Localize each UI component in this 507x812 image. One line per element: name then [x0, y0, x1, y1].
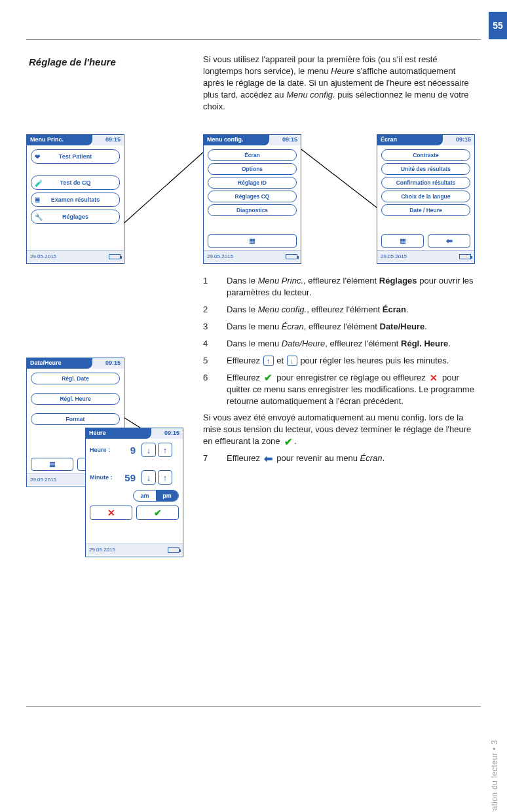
menu-item-reglage-id[interactable]: Réglage ID	[208, 177, 297, 189]
menu-item-diagnostics[interactable]: Diagnostics	[208, 204, 297, 216]
steps-block: 1Dans le Menu Princ., effleurez l'élémen…	[203, 275, 476, 470]
battery-icon	[168, 547, 179, 553]
device-title: Date/Heure	[27, 358, 92, 369]
confirm-button[interactable]: ✔	[136, 506, 179, 520]
droplet-icon: ❤	[35, 153, 40, 160]
step-number: 3	[203, 321, 227, 333]
step-text: Dans le Menu config., effleurez l'élémen…	[227, 304, 476, 316]
menu-item-test-patient[interactable]: ❤Test Patient	[31, 149, 120, 164]
menu-item-langue[interactable]: Choix de la langue	[381, 191, 470, 202]
device-date: 29.05.2015	[381, 253, 407, 259]
minute-down-button[interactable]: ↓	[141, 470, 156, 485]
top-rule	[26, 39, 481, 40]
menu-item-regl-heure[interactable]: Régl. Heure	[31, 393, 120, 405]
wrench-icon: 🔧	[35, 213, 43, 221]
battery-icon	[286, 254, 297, 259]
step-number: 1	[203, 275, 227, 299]
device-clock: 09:15	[269, 135, 301, 145]
back-button[interactable]: ⬅	[428, 234, 470, 248]
device-ecran: Écran 09:15 Contraste Unité des résultat…	[377, 134, 475, 264]
step-number: 7	[203, 452, 227, 464]
am-option[interactable]: am	[134, 490, 156, 501]
page-number-tab: 55	[489, 12, 507, 39]
step-number: 5	[203, 355, 227, 367]
hour-label: Heure :	[90, 447, 116, 453]
device-date: 29.05.2015	[207, 253, 233, 259]
minute-value: 59	[116, 472, 136, 483]
list-view-button[interactable]: ≣	[208, 234, 297, 248]
hour-down-button[interactable]: ↓	[141, 443, 156, 457]
device-heure: Heure 09:15 Heure : 9 ↓ ↑ Minute : 59 ↓ …	[85, 428, 183, 557]
vial-icon: 🧪	[35, 179, 43, 187]
menu-item-regl-date[interactable]: Régl. Date	[31, 373, 120, 384]
menu-item-contraste[interactable]: Contraste	[381, 149, 470, 161]
step-text: Dans le menu Date/Heure, effleurez l'élé…	[227, 338, 476, 350]
menu-item-format[interactable]: Format	[31, 413, 120, 425]
side-chapter-label: Configuration du lecteur • 3	[490, 740, 499, 812]
menu-item-options[interactable]: Options	[208, 163, 297, 175]
svg-line-0	[111, 145, 211, 234]
device-title: Menu Princ.	[27, 135, 92, 145]
step: 5Effleurez ↑ et ↓ pour régler les heures…	[203, 355, 476, 367]
minute-up-button[interactable]: ↑	[158, 470, 172, 485]
device-title: Heure	[86, 428, 151, 439]
device-clock: 09:15	[443, 135, 474, 145]
device-date: 29.05.2015	[89, 547, 115, 553]
step-text: Effleurez ⬅ pour revenir au menu Écran.	[227, 452, 476, 464]
device-title: Écran	[377, 135, 443, 145]
list-view-button[interactable]: ≣	[381, 234, 424, 248]
step: 1Dans le Menu Princ., effleurez l'élémen…	[203, 275, 476, 299]
list-icon: ≣	[35, 196, 40, 204]
cancel-button[interactable]: ✕	[90, 506, 132, 520]
intro-paragraph: Si vous utilisez l'appareil pour la prem…	[203, 54, 476, 113]
device-menu-config: Menu config. 09:15 Écran Options Réglage…	[203, 134, 301, 264]
device-clock: 09:15	[92, 135, 124, 145]
step-text: Dans le Menu Princ., effleurez l'élément…	[227, 275, 476, 299]
device-date: 29.05.2015	[30, 477, 56, 483]
step-text: Effleurez ✔ pour enregistrer ce réglage …	[227, 372, 476, 407]
step: 6Effleurez ✔ pour enregistrer ce réglage…	[203, 372, 476, 407]
hour-value: 9	[116, 445, 136, 456]
minute-label: Minute :	[90, 474, 116, 481]
pm-option[interactable]: pm	[156, 490, 178, 501]
device-clock: 09:15	[151, 428, 183, 439]
step: 3Dans le menu Écran, effleurez l'élément…	[203, 321, 476, 333]
device-date: 29.05.2015	[30, 253, 56, 259]
section-heading: Réglage de l'heure	[29, 56, 116, 67]
menu-item-examen-resultats[interactable]: ≣Examen résultats	[31, 193, 120, 207]
list-view-button[interactable]: ≣	[31, 458, 73, 471]
step-text: Effleurez ↑ et ↓ pour régler les heures …	[227, 355, 476, 367]
paragraph-after-step6: Si vous avez été envoyé automatiquement …	[203, 412, 476, 447]
device-menu-princ: Menu Princ. 09:15 ❤Test Patient 🧪Test de…	[26, 134, 124, 264]
menu-item-unite-resultats[interactable]: Unité des résultats	[381, 163, 470, 175]
menu-item-ecran[interactable]: Écran	[208, 149, 297, 161]
device-clock: 09:15	[92, 358, 124, 369]
hour-up-button[interactable]: ↑	[158, 443, 172, 457]
step-number: 2	[203, 304, 227, 316]
step-text: Dans le menu Écran, effleurez l'élément …	[227, 321, 476, 333]
step: 2Dans le Menu config., effleurez l'éléme…	[203, 304, 476, 316]
ampm-toggle[interactable]: am pm	[133, 490, 179, 502]
step-number: 4	[203, 338, 227, 350]
menu-item-test-cq[interactable]: 🧪Test de CQ	[31, 175, 120, 190]
menu-item-reglages-cq[interactable]: Réglages CQ	[208, 191, 297, 202]
bottom-rule	[26, 706, 481, 707]
device-title: Menu config.	[204, 135, 269, 145]
menu-item-date-heure[interactable]: Date / Heure	[381, 204, 470, 216]
battery-icon	[459, 254, 471, 259]
svg-line-1	[301, 149, 388, 216]
step-number: 6	[203, 372, 227, 407]
step: 4Dans le menu Date/Heure, effleurez l'él…	[203, 338, 476, 350]
battery-icon	[109, 254, 121, 259]
menu-item-confirmation-resultats[interactable]: Confirmation résultats	[381, 177, 470, 189]
menu-item-reglages[interactable]: 🔧Réglages	[31, 210, 120, 224]
